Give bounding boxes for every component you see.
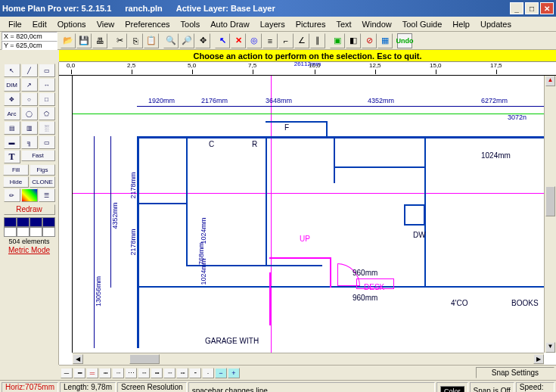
tool-eraser-icon[interactable]: ✏ xyxy=(4,188,20,202)
tool-target-icon[interactable]: ◎ xyxy=(247,33,262,48)
linetype-8-icon[interactable]: ╍ xyxy=(151,368,163,378)
menu-layers[interactable]: Layers xyxy=(255,18,290,30)
redraw-button[interactable]: Redraw xyxy=(4,204,55,215)
tool-ellipse-icon[interactable]: ◯ xyxy=(21,107,38,120)
menu-pictures[interactable]: Pictures xyxy=(290,18,331,30)
menu-edit[interactable]: Edit xyxy=(27,18,52,30)
maximize-button[interactable]: □ xyxy=(525,2,539,14)
linetype-plus-icon[interactable]: + xyxy=(228,368,240,378)
swatch[interactable] xyxy=(4,217,17,227)
tool-paste-icon[interactable]: 📋 xyxy=(144,33,159,48)
tool-select-icon[interactable]: ↖ xyxy=(4,64,20,77)
tool-copy-icon[interactable]: ⎘ xyxy=(128,33,143,48)
scroll-right-icon[interactable]: ▶ xyxy=(533,354,544,364)
tool-zoomout-icon[interactable]: 🔎 xyxy=(179,33,194,48)
linetype-9-icon[interactable]: ┄ xyxy=(163,368,175,378)
scroll-up-icon[interactable]: ▲ xyxy=(545,76,555,86)
swatch[interactable] xyxy=(17,227,30,237)
tool-misc-icon[interactable]: ◧ xyxy=(346,33,361,48)
close-button[interactable]: ✕ xyxy=(540,2,554,14)
tool-text-button[interactable]: T xyxy=(4,150,20,163)
menu-autodraw[interactable]: Auto Draw xyxy=(205,18,254,30)
scrollbar-thumb[interactable] xyxy=(129,354,160,364)
tool-green-icon[interactable]: ▣ xyxy=(330,33,345,48)
horizontal-scrollbar[interactable]: ◀ ▶ xyxy=(73,353,544,365)
tool-corner-icon[interactable]: ⌐ xyxy=(278,33,294,48)
tool-dim2-icon[interactable]: ↔ xyxy=(39,78,55,92)
menu-toolguide[interactable]: Tool Guide xyxy=(397,18,448,30)
tool-pan-icon[interactable]: ✥ xyxy=(195,33,210,48)
swatch[interactable] xyxy=(4,227,17,237)
tool-hatch3-icon[interactable]: ░ xyxy=(39,121,55,135)
tool-wall-icon[interactable]: ▬ xyxy=(4,135,20,149)
swatch[interactable] xyxy=(30,227,42,237)
tool-square-icon[interactable]: □ xyxy=(39,92,55,106)
scroll-down-icon[interactable]: ▼ xyxy=(545,342,555,353)
tool-parallel-icon[interactable]: ∥ xyxy=(310,33,325,48)
tool-leader-icon[interactable]: ↗ xyxy=(21,78,38,92)
tool-print-icon[interactable]: 🖶 xyxy=(92,33,107,48)
linetype-3-icon[interactable]: ═ xyxy=(86,368,98,378)
scrollbar-thumb[interactable] xyxy=(545,186,555,216)
tool-arc-button[interactable]: Arc xyxy=(4,107,20,120)
tool-hide-button[interactable]: Hide xyxy=(3,176,29,188)
swatch[interactable] xyxy=(30,217,42,227)
swatch[interactable] xyxy=(42,217,55,227)
metric-mode-toggle[interactable]: Metric Mode xyxy=(8,246,50,254)
tool-zoomin-icon[interactable]: 🔍 xyxy=(163,33,179,48)
tool-move-icon[interactable]: ✥ xyxy=(4,92,20,106)
linetype-4-icon[interactable]: ┅ xyxy=(99,368,111,378)
linetype-2-icon[interactable]: ━ xyxy=(73,368,85,378)
scroll-left-icon[interactable]: ◀ xyxy=(73,354,83,364)
linetype-5-icon[interactable]: ┈ xyxy=(112,368,124,378)
minimize-button[interactable]: _ xyxy=(510,2,523,14)
linetype-12-icon[interactable]: · xyxy=(202,368,214,378)
tool-hatch-icon[interactable]: ▤ xyxy=(4,121,20,135)
tool-door-icon[interactable]: ╗ xyxy=(21,135,38,149)
linetype-6-icon[interactable]: ⋯ xyxy=(125,368,137,378)
drawing-canvas[interactable]: 1920mm2176mm3648mm4352mm6272mm3072n2178m… xyxy=(73,76,544,353)
linetype-1-icon[interactable]: ─ xyxy=(61,368,73,378)
tool-layer-icon[interactable]: ☰ xyxy=(39,188,55,202)
tool-cut-icon[interactable]: ✂ xyxy=(112,33,127,48)
tool-poly-icon[interactable]: ⬠ xyxy=(39,107,55,120)
tool-color-icon[interactable] xyxy=(21,188,38,202)
vertical-scrollbar[interactable]: ▲ ▼ xyxy=(544,76,556,353)
tool-line-icon[interactable]: ╱ xyxy=(21,64,38,77)
tool-fill-button[interactable]: Fill xyxy=(3,164,29,176)
menu-updates[interactable]: Updates xyxy=(475,18,517,30)
menu-view[interactable]: View xyxy=(92,18,120,30)
undo-button[interactable]: Undo xyxy=(397,33,412,48)
linetype-minus-icon[interactable]: − xyxy=(215,368,227,378)
tool-cross-icon[interactable]: ✕ xyxy=(231,33,246,48)
tool-circle-icon[interactable]: ○ xyxy=(21,92,38,106)
tool-grid-icon[interactable]: ▦ xyxy=(377,33,393,48)
tool-angle-icon[interactable]: ∠ xyxy=(294,33,309,48)
tool-clone-button[interactable]: CLONE xyxy=(30,176,55,188)
tool-rect-icon[interactable]: ▭ xyxy=(39,64,55,77)
menu-file[interactable]: File xyxy=(3,18,27,30)
menu-preferences[interactable]: Preferences xyxy=(120,18,175,30)
tool-fast-button[interactable]: Fast xyxy=(21,150,55,161)
tool-red-icon[interactable]: ⊘ xyxy=(362,33,377,48)
swatch[interactable] xyxy=(17,217,30,227)
tool-hatch2-icon[interactable]: ▥ xyxy=(21,121,38,135)
snap-settings-button[interactable]: Snap Settings xyxy=(476,367,554,378)
menu-options[interactable]: Options xyxy=(52,18,92,30)
menu-help[interactable]: Help xyxy=(447,18,475,30)
menu-window[interactable]: Window xyxy=(357,18,397,30)
tool-dim-button[interactable]: DIM xyxy=(4,78,20,92)
linetype-7-icon[interactable]: ╌ xyxy=(138,368,150,378)
tool-arrow-icon[interactable]: ↖ xyxy=(215,33,230,48)
color-button[interactable]: Color xyxy=(440,386,464,393)
tool-save-icon[interactable]: 💾 xyxy=(76,33,92,48)
swatch[interactable] xyxy=(42,227,55,237)
tool-window-icon[interactable]: ▭ xyxy=(39,135,55,149)
tool-figs-button[interactable]: Figs xyxy=(30,164,55,176)
menu-tools[interactable]: Tools xyxy=(175,18,206,30)
tool-align-icon[interactable]: ≡ xyxy=(262,33,278,48)
linetype-10-icon[interactable]: ┉ xyxy=(176,368,188,378)
linetype-11-icon[interactable]: ⁃ xyxy=(189,368,201,378)
menu-text[interactable]: Text xyxy=(331,18,356,30)
tool-open-icon[interactable]: 📂 xyxy=(61,33,76,48)
